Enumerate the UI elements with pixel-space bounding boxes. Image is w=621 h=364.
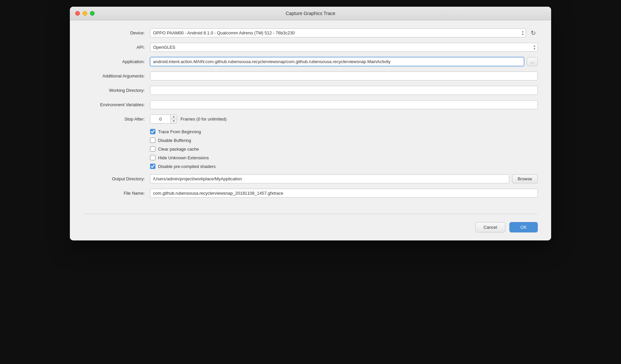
window-title: Capture Graphics Trace <box>286 11 336 16</box>
traffic-lights <box>75 11 95 16</box>
device-label: Device: <box>83 30 150 35</box>
env-vars-input[interactable] <box>150 100 538 109</box>
additional-args-input[interactable] <box>150 71 538 80</box>
stop-after-control: ▲ ▼ Frames (0 for unlimited) <box>150 115 538 124</box>
frames-label: Frames (0 for unlimited) <box>180 117 227 122</box>
stop-after-spinner: ▲ ▼ <box>150 115 177 124</box>
dialog-content: Device: OPPO PAAM00 - Android 8.1.0 - Qu… <box>70 20 551 214</box>
device-refresh-button[interactable]: ↻ <box>529 29 538 37</box>
file-name-input[interactable] <box>150 189 538 198</box>
application-control: ... <box>150 57 538 66</box>
device-select-wrapper: OPPO PAAM00 - Android 8.1.0 - Qualcomm A… <box>150 28 526 37</box>
application-browse-button[interactable]: ... <box>527 57 538 66</box>
footer-divider <box>83 214 538 214</box>
additional-args-label: Additional Arguments: <box>83 73 150 78</box>
additional-args-row: Additional Arguments: <box>83 71 538 80</box>
clear-package-cache-row: Clear package cache <box>150 146 538 152</box>
disable-buffering-label: Disable Buffering <box>158 138 191 143</box>
disable-buffering-row: Disable Buffering <box>150 138 538 143</box>
cancel-button[interactable]: Cancel <box>475 222 505 232</box>
device-row: Device: OPPO PAAM00 - Android 8.1.0 - Qu… <box>83 28 538 37</box>
file-name-control <box>150 189 538 198</box>
stop-after-spinner-wrapper: ▲ ▼ Frames (0 for unlimited) <box>150 115 538 124</box>
footer-buttons: Cancel OK <box>70 217 551 240</box>
checkboxes-area: Trace From Beginning Disable Buffering C… <box>150 129 538 169</box>
api-control: OpenGLES ▲ ▼ <box>150 43 538 52</box>
stop-after-label: Stop After: <box>83 117 150 122</box>
spinner-arrows: ▲ ▼ <box>170 115 177 123</box>
api-row: API: OpenGLES ▲ ▼ <box>83 43 538 52</box>
trace-from-beginning-checkbox[interactable] <box>150 129 155 134</box>
output-dir-input[interactable] <box>150 174 509 183</box>
env-vars-row: Environment Variables: <box>83 100 538 109</box>
working-dir-label: Working Directory: <box>83 88 150 93</box>
disable-buffering-checkbox[interactable] <box>150 138 155 143</box>
application-label: Application: <box>83 59 150 64</box>
trace-from-beginning-row: Trace From Beginning <box>150 129 538 134</box>
ok-button[interactable]: OK <box>509 222 538 232</box>
device-control: OPPO PAAM00 - Android 8.1.0 - Qualcomm A… <box>150 28 538 37</box>
output-dir-control: Browse <box>150 174 538 183</box>
clear-package-cache-checkbox[interactable] <box>150 146 155 152</box>
disable-precompiled-row: Disable pre-compiled shaders <box>150 164 538 169</box>
output-browse-button[interactable]: Browse <box>512 174 538 183</box>
spinner-down-button[interactable]: ▼ <box>171 119 177 123</box>
env-vars-label: Environment Variables: <box>83 102 150 107</box>
hide-unknown-extensions-label: Hide Unknown Extensions <box>158 155 209 160</box>
maximize-button[interactable] <box>90 11 95 16</box>
api-select[interactable]: OpenGLES <box>150 43 538 52</box>
file-name-row: File Name: <box>83 189 538 198</box>
output-dir-row: Output Directory: Browse <box>83 174 538 183</box>
additional-args-control <box>150 71 538 80</box>
stop-after-row: Stop After: ▲ ▼ Frames (0 for unlimited) <box>83 115 538 124</box>
trace-from-beginning-label: Trace From Beginning <box>158 129 201 134</box>
spinner-up-button[interactable]: ▲ <box>171 115 177 119</box>
disable-precompiled-checkbox[interactable] <box>150 164 155 169</box>
application-input[interactable] <box>150 57 524 66</box>
close-button[interactable] <box>75 11 80 16</box>
title-bar: Capture Graphics Trace <box>70 7 551 20</box>
disable-precompiled-label: Disable pre-compiled shaders <box>158 164 216 169</box>
hide-unknown-extensions-checkbox[interactable] <box>150 155 155 160</box>
env-vars-control <box>150 100 538 109</box>
working-dir-input[interactable] <box>150 86 538 95</box>
working-dir-control <box>150 86 538 95</box>
api-label: API: <box>83 45 150 50</box>
output-dir-label: Output Directory: <box>83 176 150 181</box>
stop-after-input[interactable] <box>150 115 170 123</box>
minimize-button[interactable] <box>83 11 87 16</box>
file-name-label: File Name: <box>83 191 150 196</box>
hide-unknown-extensions-row: Hide Unknown Extensions <box>150 155 538 160</box>
application-row: Application: ... <box>83 57 538 66</box>
working-dir-row: Working Directory: <box>83 86 538 95</box>
device-select[interactable]: OPPO PAAM00 - Android 8.1.0 - Qualcomm A… <box>150 28 526 37</box>
capture-graphics-trace-dialog: Capture Graphics Trace Device: OPPO PAAM… <box>70 7 551 240</box>
clear-package-cache-label: Clear package cache <box>158 147 199 152</box>
api-select-wrapper: OpenGLES ▲ ▼ <box>150 43 538 52</box>
